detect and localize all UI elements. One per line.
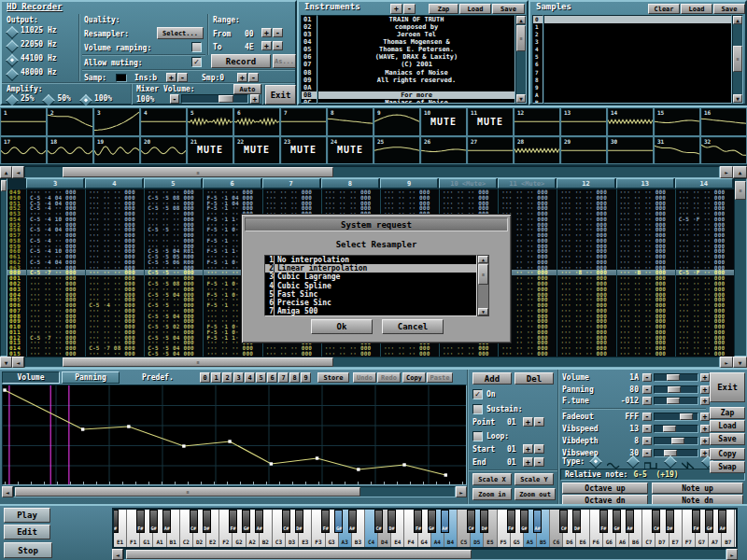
scope-channel[interactable]: 15 [654,107,700,136]
right-arrow-icon[interactable]: ► [720,166,733,178]
scope-channel[interactable]: 17 [0,136,47,165]
note-up-button[interactable]: Note up [652,483,743,494]
amplify-option[interactable]: 25% [7,94,34,105]
scope-channel[interactable]: 28 [514,136,560,165]
piano-key-G#4[interactable]: G# [428,510,436,533]
left-arrow-icon[interactable]: ◄ [2,486,13,497]
tab-panning[interactable]: Panning [62,371,120,384]
output-rate-option[interactable]: 11025 Hz [7,26,57,40]
sample-item[interactable] [544,84,731,91]
instruments-zap-button[interactable]: Zap [429,4,458,14]
scope-channel[interactable]: 31 [654,136,700,165]
slider-thumb[interactable] [671,438,684,444]
scope-channel[interactable]: 16 [700,107,747,136]
piano-key-A#1[interactable]: A# [162,510,171,533]
slider-track[interactable] [654,425,698,433]
sample-item[interactable] [544,77,731,84]
scope-channel[interactable]: 2 [47,107,93,136]
instrument-item[interactable] [318,84,514,91]
scale-y-button[interactable]: Scale Y [514,473,554,485]
end-minus-button[interactable]: - [534,457,544,467]
piano-key-C#5[interactable]: C# [467,510,475,533]
resampler-option[interactable]: 1No interpolation [265,256,476,264]
instrument-plus-button[interactable]: + [390,4,402,14]
output-rate-option[interactable]: 44100 Hz [7,54,57,68]
scale-x-button[interactable]: Scale X [472,473,512,485]
instrument-minus-button[interactable]: - [403,4,416,14]
left-arrow-icon[interactable]: ◄ [12,357,24,368]
piano-key-A#4[interactable]: A# [441,510,449,533]
up-arrow-icon[interactable]: ▲ [733,16,742,24]
up-arrow-icon[interactable]: ▲ [478,256,488,263]
instrument-list-scrollbar[interactable]: ▲ ≡ ▼ [515,15,527,104]
undo-button[interactable]: Undo [353,372,376,383]
pattern-channel-header[interactable]: 3 [26,178,84,189]
zoom-out-button[interactable]: Zoom out [514,488,556,500]
pattern-cell[interactable]: ··· ·· ·· 000 [675,351,734,357]
piano-key-D#4[interactable]: D# [388,510,396,533]
slider-plus-button[interactable]: + [700,373,710,382]
up-arrow-icon[interactable]: ▲ [0,166,12,178]
sample-list-scrollbar[interactable]: ▲ ≡ ▼ [732,15,743,104]
piano-key-D#1[interactable]: D# [114,510,119,533]
scope-channel[interactable]: 10MUTE [420,107,467,136]
piano-key-F#4[interactable]: F# [414,510,422,533]
scrollbar-thumb[interactable]: ≡ [15,487,360,497]
resampler-option[interactable]: 6Precise Sinc [265,299,476,307]
slider-track[interactable] [654,437,698,445]
range-from-plus-button[interactable]: + [261,28,272,37]
pattern-channel-header[interactable]: 8 [321,178,379,189]
piano-key-C#4[interactable]: C# [374,510,383,533]
slider-plus-button[interactable]: + [700,425,710,433]
scope-channel[interactable]: 6 [233,107,280,136]
resampler-option[interactable]: 5Fast Sinc [265,290,476,299]
predef-digit-button[interactable]: 2 [222,372,233,383]
scope-channel[interactable]: 27 [467,136,514,165]
vibrato-type-option[interactable] [627,455,657,467]
piano-key-A#5[interactable]: A# [533,510,542,533]
pattern-channel-header[interactable]: 4 [85,178,143,189]
scrollbar-thumb[interactable]: ≡ [516,25,526,51]
point-add-button[interactable]: Add [472,372,512,385]
pattern-cell[interactable]: ··· ·· ·· 000 [321,351,380,357]
right-arrow-icon[interactable]: ► [456,486,467,497]
sample-item[interactable] [544,91,731,99]
octave-up-button[interactable]: Octave up [562,483,648,494]
resampler-option[interactable]: 4Cubic Spline [265,282,476,290]
samp-box[interactable] [116,74,127,82]
pattern-cell[interactable]: ··· ·· ·· 000 [262,351,321,357]
right-arrow-icon[interactable]: ► [726,549,738,560]
scope-channel[interactable]: 14 [607,107,654,136]
slider-minus-button[interactable]: - [642,413,652,421]
instrument-item[interactable]: Maniacs of Noise [318,99,514,104]
down-arrow-icon[interactable]: ▼ [733,357,747,368]
record-as-button[interactable]: As... [273,54,296,68]
envelope-canvas[interactable] [2,385,467,485]
instrument-item[interactable]: For more [318,91,514,99]
piano-key-C#3[interactable]: C# [282,510,290,533]
scope-channel[interactable]: 12 [514,107,560,136]
instrument-item[interactable]: Thomas E. Petersen. [318,46,514,53]
pattern-channel-header[interactable]: 7 [262,178,320,189]
resampler-option[interactable]: 2Linear interpolation [265,264,476,273]
slider-plus-button[interactable]: + [700,413,710,421]
instrument-item[interactable]: composed by [318,23,514,31]
scope-channel[interactable]: 21MUTE [187,136,233,165]
instrument-item[interactable]: All rights reserved. [318,77,514,84]
piano-key-F#5[interactable]: F# [507,510,515,533]
stop-button[interactable]: Stop [4,542,52,558]
sample-item[interactable] [544,31,731,38]
point-minus-button[interactable]: - [534,417,544,427]
resampler-select-button[interactable]: Select... [157,27,204,39]
slider-thumb[interactable] [680,413,693,420]
point-plus-button[interactable]: + [523,417,533,427]
mixer-minus-button[interactable]: - [170,94,179,104]
pattern-cell[interactable]: ··· ·· ·· 000 [439,351,498,357]
resampler-option[interactable]: 3Cubic Lagrange [265,273,476,281]
dialog-cancel-button[interactable]: Cancel [382,319,444,334]
scope-channel[interactable]: 9 [374,107,420,136]
slider-track[interactable] [654,413,698,421]
samples-save-button[interactable]: Save [713,4,745,14]
instrument-zap-button[interactable]: Zap [710,407,745,419]
scrollbar-thumb[interactable]: ≡ [733,46,742,72]
